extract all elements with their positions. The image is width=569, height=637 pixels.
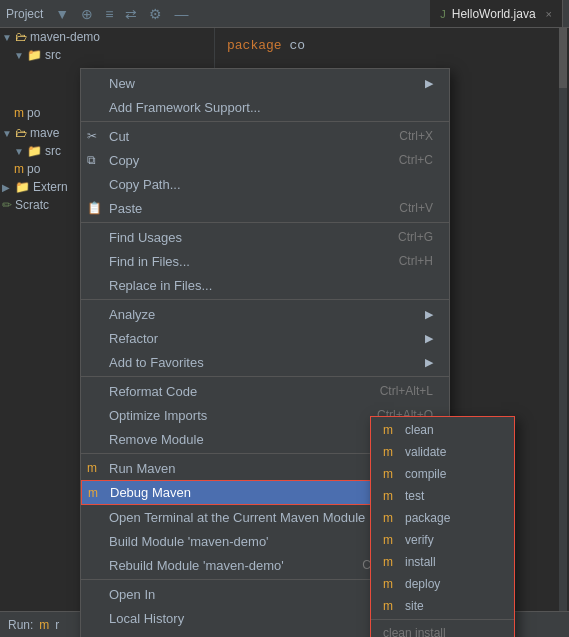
submenu-item-package[interactable]: m package <box>371 507 514 529</box>
maven-debug-icon: m <box>88 486 98 500</box>
menu-item-find-usages[interactable]: Find Usages Ctrl+G <box>81 225 449 249</box>
chevron-down-icon[interactable]: ▼ <box>51 4 73 24</box>
expand-arrow: ▼ <box>2 128 12 139</box>
maven-lifecycle-icon: m <box>383 467 399 481</box>
submenu-item-site[interactable]: m site <box>371 595 514 617</box>
submenu-arrow-icon: ▶ <box>425 77 433 90</box>
menu-item-add-to-favorites[interactable]: Add to Favorites ▶ <box>81 350 449 374</box>
submenu-item-install[interactable]: m install <box>371 551 514 573</box>
submenu-item-compile[interactable]: m compile <box>371 463 514 485</box>
menu-separator <box>81 299 449 300</box>
menu-item-refactor[interactable]: Refactor ▶ <box>81 326 449 350</box>
maven-lifecycle-icon: m <box>383 555 399 569</box>
submenu-item-clean[interactable]: m clean <box>371 419 514 441</box>
maven-icon: m <box>14 106 24 120</box>
menu-item-copy[interactable]: ⧉ Copy Ctrl+C <box>81 148 449 172</box>
submenu-item-test[interactable]: m test <box>371 485 514 507</box>
main-area: ▼ 🗁 maven-demo ▼ 📁 src m po ▼ 🗁 mave ▼ 📁… <box>0 28 569 611</box>
settings-icon[interactable]: ⚙ <box>145 4 166 24</box>
folder-icon: 📁 <box>15 180 30 194</box>
debug-maven-submenu: m clean m validate m compile m test m pa… <box>370 416 515 637</box>
maven-lifecycle-icon: m <box>383 423 399 437</box>
scratch-icon: ✏ <box>2 198 12 212</box>
project-icon: 🗁 <box>15 30 27 44</box>
tab-helloworld[interactable]: J HelloWorld.java × <box>430 0 563 27</box>
folder-icon: 📁 <box>27 48 42 62</box>
menu-item-replace-in-files[interactable]: Replace in Files... <box>81 273 449 297</box>
transfer-icon[interactable]: ⇄ <box>121 4 141 24</box>
menu-separator <box>81 222 449 223</box>
add-icon[interactable]: ⊕ <box>77 4 97 24</box>
scrollbar-thumb[interactable] <box>559 28 567 88</box>
submenu-separator <box>371 619 514 620</box>
toolbar: Project ▼ ⊕ ≡ ⇄ ⚙ — J HelloWorld.java × <box>0 0 569 28</box>
paste-icon: 📋 <box>87 201 102 215</box>
maven-run-icon: m <box>87 461 97 475</box>
menu-item-find-in-files[interactable]: Find in Files... Ctrl+H <box>81 249 449 273</box>
menu-item-new[interactable]: New ▶ <box>81 71 449 95</box>
cut-icon: ✂ <box>87 129 97 143</box>
menu-item-add-framework[interactable]: Add Framework Support... <box>81 95 449 119</box>
run-item: r <box>55 618 59 632</box>
expand-arrow: ▼ <box>14 146 24 157</box>
maven-lifecycle-icon: m <box>383 533 399 547</box>
maven-lifecycle-icon: m <box>383 489 399 503</box>
submenu-item-verify[interactable]: m verify <box>371 529 514 551</box>
expand-arrow: ▶ <box>2 182 12 193</box>
menu-item-copy-path[interactable]: Copy Path... <box>81 172 449 196</box>
submenu-arrow-icon: ▶ <box>425 332 433 345</box>
menu-item-analyze[interactable]: Analyze ▶ <box>81 302 449 326</box>
folder-icon: 📁 <box>27 144 42 158</box>
maven-run-icon: m <box>39 618 49 632</box>
expand-arrow: ▼ <box>14 50 24 61</box>
submenu-item-deploy[interactable]: m deploy <box>371 573 514 595</box>
project-icon: 🗁 <box>15 126 27 140</box>
submenu-item-validate[interactable]: m validate <box>371 441 514 463</box>
submenu-item-clean-install[interactable]: clean install <box>371 622 514 637</box>
list-icon[interactable]: ≡ <box>101 4 117 24</box>
maven-lifecycle-icon: m <box>383 445 399 459</box>
menu-separator <box>81 121 449 122</box>
submenu-arrow-icon: ▶ <box>425 308 433 321</box>
expand-arrow: ▼ <box>2 32 12 43</box>
maven-lifecycle-icon: m <box>383 511 399 525</box>
minimize-icon[interactable]: — <box>170 4 192 24</box>
maven-lifecycle-icon: m <box>383 599 399 613</box>
menu-item-paste[interactable]: 📋 Paste Ctrl+V <box>81 196 449 220</box>
maven-lifecycle-icon: m <box>383 577 399 591</box>
tree-item[interactable]: ▼ 📁 src <box>0 46 214 64</box>
tab-label: HelloWorld.java <box>452 7 536 21</box>
menu-separator <box>81 376 449 377</box>
java-file-icon: J <box>440 8 446 20</box>
copy-icon: ⧉ <box>87 153 96 167</box>
maven-icon: m <box>14 162 24 176</box>
menu-item-cut[interactable]: ✂ Cut Ctrl+X <box>81 124 449 148</box>
run-label: Run: <box>8 618 33 632</box>
tab-close-icon[interactable]: × <box>546 8 552 20</box>
tree-item[interactable]: ▼ 🗁 maven-demo <box>0 28 214 46</box>
menu-item-reformat[interactable]: Reformat Code Ctrl+Alt+L <box>81 379 449 403</box>
submenu-arrow-icon: ▶ <box>425 356 433 369</box>
project-title: Project <box>6 7 43 21</box>
scrollbar[interactable] <box>559 28 567 611</box>
code-line: package co <box>227 36 557 56</box>
